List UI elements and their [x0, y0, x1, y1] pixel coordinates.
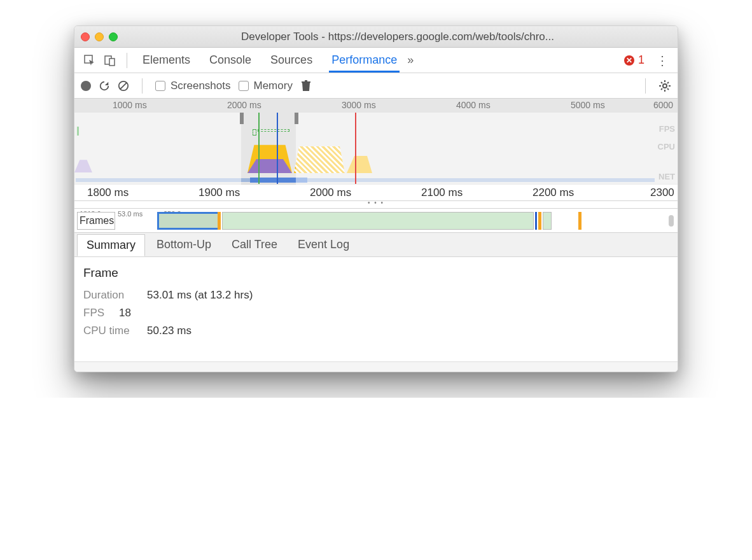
svg-point-7: [663, 84, 667, 88]
clear-button[interactable]: [118, 80, 129, 92]
error-icon: ✕: [624, 55, 634, 66]
value: 53.01 ms (at 13.2 hrs): [147, 289, 253, 302]
summary-row-cpu: CPU time 50.23 ms: [83, 325, 669, 337]
value: 50.23 ms: [147, 325, 191, 337]
detail-tabs: Summary Bottom-Up Call Tree Event Log: [74, 233, 678, 257]
tab-call-tree[interactable]: Call Tree: [223, 234, 286, 255]
tab-elements[interactable]: Elements: [140, 48, 193, 72]
window-title: Developer Tools - https://developers.goo…: [124, 31, 671, 43]
tab-summary[interactable]: Summary: [77, 234, 145, 256]
minimize-window-button[interactable]: [95, 32, 104, 41]
range-handle-right[interactable]: [295, 113, 298, 124]
settings-icon[interactable]: [658, 80, 671, 92]
frames-track[interactable]: 1812.6 ms 53.0 ms 250.2 ms Frames: [74, 209, 678, 233]
zoom-window-button[interactable]: [109, 32, 118, 41]
scrollbar-thumb[interactable]: [669, 215, 674, 227]
tick: 4000 ms: [456, 100, 491, 110]
overview-ruler: 1000 ms 2000 ms 3000 ms 4000 ms 5000 ms …: [74, 99, 678, 113]
tab-event-log[interactable]: Event Log: [289, 234, 358, 255]
frame-marker: [535, 212, 537, 230]
value: 18: [119, 307, 131, 319]
record-button[interactable]: [81, 81, 91, 91]
performance-toolbar: Screenshots Memory: [74, 73, 678, 99]
kebab-menu-icon[interactable]: ⋮: [653, 52, 671, 69]
frame-block-selected[interactable]: [157, 212, 221, 230]
frame-block[interactable]: [222, 212, 534, 230]
tick: 2000 ms: [310, 186, 351, 199]
summary-row-duration: Duration 53.01 ms (at 13.2 hrs): [83, 289, 669, 302]
footer-gap: [74, 361, 678, 372]
tabs-overflow-button[interactable]: »: [402, 53, 419, 67]
tab-performance[interactable]: Performance: [329, 48, 400, 73]
garbage-collect-icon[interactable]: [300, 80, 312, 92]
collapse-handle[interactable]: • • •: [74, 201, 678, 209]
frame-marker: [578, 212, 581, 230]
marker-green: [258, 113, 260, 184]
close-window-button[interactable]: [81, 32, 90, 41]
devtools-window: Developer Tools - https://developers.goo…: [74, 25, 678, 372]
frames-label: Frames: [80, 215, 114, 227]
frame-marker: [218, 212, 221, 230]
tick: 1900 ms: [198, 186, 240, 199]
range-mask: [296, 113, 678, 185]
label: Duration: [83, 289, 137, 302]
panel-tabs: Elements Console Sources Performance: [135, 48, 400, 72]
divider: [127, 53, 127, 68]
memory-label: Memory: [254, 80, 293, 92]
tab-sources[interactable]: Sources: [268, 48, 315, 72]
marker-blue: [277, 113, 278, 184]
device-toggle-icon[interactable]: [101, 52, 119, 69]
svg-line-4: [120, 82, 127, 89]
tick: 1000 ms: [113, 100, 147, 110]
reload-button[interactable]: [99, 80, 110, 92]
svg-rect-6: [305, 80, 307, 81]
fps-bar: [258, 129, 289, 132]
tick: 1800 ms: [87, 186, 129, 199]
memory-checkbox[interactable]: Memory: [239, 80, 293, 92]
tick: 2200 ms: [533, 186, 574, 199]
divider: [142, 78, 143, 94]
checkbox-icon: [239, 81, 249, 91]
detail-ruler[interactable]: 1800 ms 1900 ms 2000 ms 2100 ms 2200 ms …: [74, 185, 678, 201]
marker-red: [355, 113, 356, 184]
svg-rect-2: [109, 59, 115, 66]
summary-heading: Frame: [83, 266, 669, 280]
tick: 5000 ms: [571, 100, 605, 110]
frame-marker: [538, 212, 541, 230]
window-titlebar[interactable]: Developer Tools - https://developers.goo…: [74, 26, 678, 48]
range-handle-left[interactable]: [240, 113, 244, 124]
tick: 2000 ms: [227, 100, 261, 110]
overview-timeline[interactable]: 1000 ms 2000 ms 3000 ms 4000 ms 5000 ms …: [74, 99, 678, 185]
summary-row-fps: FPS 18: [83, 307, 669, 319]
inspect-element-icon[interactable]: [81, 52, 99, 69]
tick: 2100 ms: [421, 186, 463, 199]
screenshots-checkbox[interactable]: Screenshots: [155, 80, 231, 92]
tab-console[interactable]: Console: [207, 48, 254, 72]
label: FPS: [83, 307, 109, 319]
divider: [645, 78, 646, 94]
error-count: 1: [638, 53, 644, 67]
label: CPU time: [83, 325, 137, 337]
traffic-lights: [81, 32, 118, 41]
tick: 6000: [653, 100, 673, 110]
tab-bottom-up[interactable]: Bottom-Up: [148, 234, 220, 255]
frame-block[interactable]: [543, 212, 552, 230]
tick: 2300: [650, 186, 674, 199]
svg-rect-5: [302, 81, 310, 83]
screenshots-label: Screenshots: [171, 80, 231, 92]
frame-time: 53.0 ms: [118, 210, 143, 218]
error-indicator[interactable]: ✕ 1: [624, 53, 644, 67]
checkbox-icon: [155, 81, 165, 91]
summary-panel: Frame Duration 53.01 ms (at 13.2 hrs) FP…: [74, 257, 678, 361]
main-tabbar: Elements Console Sources Performance » ✕…: [74, 48, 678, 73]
fps-bar: [253, 129, 256, 136]
range-mask: [74, 113, 241, 185]
tick: 3000 ms: [342, 100, 376, 110]
